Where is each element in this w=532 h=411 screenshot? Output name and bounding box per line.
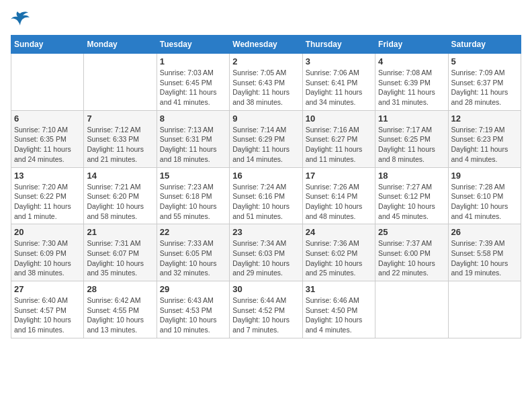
calendar-cell: 21Sunrise: 7:31 AM Sunset: 6:07 PM Dayli… xyxy=(84,224,157,281)
day-number: 22 xyxy=(160,227,226,237)
calendar-cell: 11Sunrise: 7:17 AM Sunset: 6:25 PM Dayli… xyxy=(375,110,448,167)
calendar-cell: 16Sunrise: 7:24 AM Sunset: 6:16 PM Dayli… xyxy=(230,167,302,224)
day-number: 13 xyxy=(14,171,81,181)
calendar-cell: 18Sunrise: 7:27 AM Sunset: 6:12 PM Dayli… xyxy=(375,167,448,224)
day-number: 17 xyxy=(306,171,372,181)
day-info: Sunrise: 7:06 AM Sunset: 6:41 PM Dayligh… xyxy=(306,68,372,107)
calendar-cell: 2Sunrise: 7:05 AM Sunset: 6:43 PM Daylig… xyxy=(230,54,302,111)
day-number: 10 xyxy=(306,113,372,124)
calendar-week-row: 27Sunrise: 6:40 AM Sunset: 4:57 PM Dayli… xyxy=(11,281,521,338)
day-info: Sunrise: 7:09 AM Sunset: 6:37 PM Dayligh… xyxy=(451,68,518,107)
day-info: Sunrise: 6:44 AM Sunset: 4:52 PM Dayligh… xyxy=(232,295,299,335)
day-number: 11 xyxy=(378,113,445,124)
day-number: 2 xyxy=(232,56,299,66)
day-info: Sunrise: 7:37 AM Sunset: 6:00 PM Dayligh… xyxy=(378,238,445,278)
calendar-cell: 8Sunrise: 7:13 AM Sunset: 6:31 PM Daylig… xyxy=(157,110,229,167)
day-number: 6 xyxy=(14,113,81,124)
calendar-cell: 22Sunrise: 7:33 AM Sunset: 6:05 PM Dayli… xyxy=(157,224,229,281)
calendar-cell: 31Sunrise: 6:46 AM Sunset: 4:50 PM Dayli… xyxy=(302,281,375,338)
calendar-cell: 20Sunrise: 7:30 AM Sunset: 6:09 PM Dayli… xyxy=(11,224,84,281)
calendar-cell: 19Sunrise: 7:28 AM Sunset: 6:10 PM Dayli… xyxy=(448,167,521,224)
day-number: 27 xyxy=(14,284,81,294)
calendar-cell xyxy=(448,281,521,338)
calendar-cell: 24Sunrise: 7:36 AM Sunset: 6:02 PM Dayli… xyxy=(302,224,375,281)
calendar-week-row: 1Sunrise: 7:03 AM Sunset: 6:45 PM Daylig… xyxy=(11,54,521,111)
weekday-header: Saturday xyxy=(448,36,521,54)
calendar-cell: 4Sunrise: 7:08 AM Sunset: 6:39 PM Daylig… xyxy=(375,54,448,111)
day-info: Sunrise: 7:27 AM Sunset: 6:12 PM Dayligh… xyxy=(378,182,445,222)
day-number: 26 xyxy=(451,227,518,237)
day-number: 15 xyxy=(160,171,226,181)
day-number: 8 xyxy=(160,113,226,124)
day-info: Sunrise: 6:43 AM Sunset: 4:53 PM Dayligh… xyxy=(160,295,226,335)
day-number: 19 xyxy=(451,171,518,181)
day-info: Sunrise: 7:12 AM Sunset: 6:33 PM Dayligh… xyxy=(87,125,153,165)
day-info: Sunrise: 7:08 AM Sunset: 6:39 PM Dayligh… xyxy=(378,68,445,107)
calendar-body: 1Sunrise: 7:03 AM Sunset: 6:45 PM Daylig… xyxy=(11,54,521,338)
calendar-cell xyxy=(375,281,448,338)
calendar-cell: 10Sunrise: 7:16 AM Sunset: 6:27 PM Dayli… xyxy=(302,110,375,167)
day-number: 30 xyxy=(232,284,299,294)
calendar-table: SundayMondayTuesdayWednesdayThursdayFrid… xyxy=(11,35,521,338)
calendar-cell xyxy=(84,54,157,111)
day-info: Sunrise: 7:30 AM Sunset: 6:09 PM Dayligh… xyxy=(14,238,81,278)
day-info: Sunrise: 6:40 AM Sunset: 4:57 PM Dayligh… xyxy=(14,295,81,335)
day-info: Sunrise: 7:16 AM Sunset: 6:27 PM Dayligh… xyxy=(306,125,372,165)
calendar-cell: 26Sunrise: 7:39 AM Sunset: 5:58 PM Dayli… xyxy=(448,224,521,281)
calendar-cell: 17Sunrise: 7:26 AM Sunset: 6:14 PM Dayli… xyxy=(302,167,375,224)
day-info: Sunrise: 7:14 AM Sunset: 6:29 PM Dayligh… xyxy=(232,125,299,165)
day-info: Sunrise: 7:03 AM Sunset: 6:45 PM Dayligh… xyxy=(160,68,226,107)
logo-icon xyxy=(11,11,30,28)
day-info: Sunrise: 7:21 AM Sunset: 6:20 PM Dayligh… xyxy=(87,182,153,222)
calendar-cell: 15Sunrise: 7:23 AM Sunset: 6:18 PM Dayli… xyxy=(157,167,229,224)
day-info: Sunrise: 7:13 AM Sunset: 6:31 PM Dayligh… xyxy=(160,125,226,165)
day-number: 5 xyxy=(451,56,518,66)
day-info: Sunrise: 7:19 AM Sunset: 6:23 PM Dayligh… xyxy=(451,125,518,165)
calendar-week-row: 20Sunrise: 7:30 AM Sunset: 6:09 PM Dayli… xyxy=(11,224,521,281)
calendar-cell: 29Sunrise: 6:43 AM Sunset: 4:53 PM Dayli… xyxy=(157,281,229,338)
day-number: 14 xyxy=(87,171,153,181)
day-number: 7 xyxy=(87,113,153,124)
calendar-header: SundayMondayTuesdayWednesdayThursdayFrid… xyxy=(11,36,521,54)
calendar-cell: 1Sunrise: 7:03 AM Sunset: 6:45 PM Daylig… xyxy=(157,54,229,111)
day-info: Sunrise: 6:42 AM Sunset: 4:55 PM Dayligh… xyxy=(87,295,153,335)
day-number: 25 xyxy=(378,227,445,237)
day-number: 24 xyxy=(306,227,372,237)
day-info: Sunrise: 7:33 AM Sunset: 6:05 PM Dayligh… xyxy=(160,238,226,278)
calendar-cell: 5Sunrise: 7:09 AM Sunset: 6:37 PM Daylig… xyxy=(448,54,521,111)
calendar-cell: 27Sunrise: 6:40 AM Sunset: 4:57 PM Dayli… xyxy=(11,281,84,338)
day-number: 12 xyxy=(451,113,518,124)
weekday-header: Thursday xyxy=(302,36,375,54)
calendar-cell: 28Sunrise: 6:42 AM Sunset: 4:55 PM Dayli… xyxy=(84,281,157,338)
calendar-cell: 30Sunrise: 6:44 AM Sunset: 4:52 PM Dayli… xyxy=(230,281,302,338)
day-info: Sunrise: 7:23 AM Sunset: 6:18 PM Dayligh… xyxy=(160,182,226,222)
calendar-cell: 25Sunrise: 7:37 AM Sunset: 6:00 PM Dayli… xyxy=(375,224,448,281)
calendar-cell: 13Sunrise: 7:20 AM Sunset: 6:22 PM Dayli… xyxy=(11,167,84,224)
calendar-cell: 9Sunrise: 7:14 AM Sunset: 6:29 PM Daylig… xyxy=(230,110,302,167)
day-number: 3 xyxy=(306,56,372,66)
day-number: 18 xyxy=(378,171,445,181)
day-info: Sunrise: 7:34 AM Sunset: 6:03 PM Dayligh… xyxy=(232,238,299,278)
calendar-cell: 12Sunrise: 7:19 AM Sunset: 6:23 PM Dayli… xyxy=(448,110,521,167)
calendar-week-row: 6Sunrise: 7:10 AM Sunset: 6:35 PM Daylig… xyxy=(11,110,521,167)
day-number: 16 xyxy=(232,171,299,181)
weekday-row: SundayMondayTuesdayWednesdayThursdayFrid… xyxy=(11,36,521,54)
day-info: Sunrise: 7:24 AM Sunset: 6:16 PM Dayligh… xyxy=(232,182,299,222)
day-number: 20 xyxy=(14,227,81,237)
day-info: Sunrise: 7:39 AM Sunset: 5:58 PM Dayligh… xyxy=(451,238,518,278)
day-number: 9 xyxy=(232,113,299,124)
calendar-cell: 3Sunrise: 7:06 AM Sunset: 6:41 PM Daylig… xyxy=(302,54,375,111)
calendar-cell xyxy=(11,54,84,111)
weekday-header: Sunday xyxy=(11,36,84,54)
day-info: Sunrise: 6:46 AM Sunset: 4:50 PM Dayligh… xyxy=(306,295,372,335)
day-number: 21 xyxy=(87,227,153,237)
day-number: 31 xyxy=(306,284,372,294)
page-header xyxy=(11,11,521,28)
calendar-cell: 14Sunrise: 7:21 AM Sunset: 6:20 PM Dayli… xyxy=(84,167,157,224)
day-info: Sunrise: 7:26 AM Sunset: 6:14 PM Dayligh… xyxy=(306,182,372,222)
day-number: 1 xyxy=(160,56,226,66)
day-info: Sunrise: 7:28 AM Sunset: 6:10 PM Dayligh… xyxy=(451,182,518,222)
day-number: 4 xyxy=(378,56,445,66)
weekday-header: Friday xyxy=(375,36,448,54)
day-number: 28 xyxy=(87,284,153,294)
